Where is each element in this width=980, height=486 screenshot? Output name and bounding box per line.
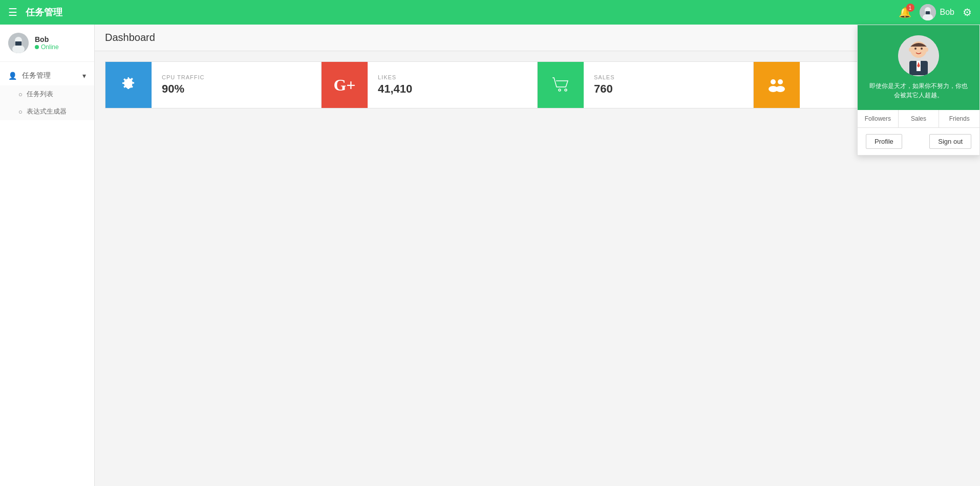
sales-label: SALES xyxy=(594,74,614,80)
stat-info-users xyxy=(800,84,820,86)
sidebar-username: Bob xyxy=(35,35,59,43)
app-title: 任务管理 xyxy=(26,6,899,18)
sidebar-item-expression-generator[interactable]: ○ 表达式生成器 xyxy=(0,103,94,120)
profile-button[interactable]: Profile xyxy=(866,134,902,149)
sidebar-item-task-management[interactable]: 👤 任务管理 ▾ xyxy=(0,66,94,85)
share-icon[interactable]: ⚙ xyxy=(963,6,972,18)
sales-value: 760 xyxy=(594,82,614,96)
users-icon-box xyxy=(754,62,800,108)
google-plus-icon: G+ xyxy=(333,76,355,95)
user-dropdown-actions: Profile Sign out xyxy=(858,128,979,155)
notification-icon[interactable]: 🔔 1 xyxy=(899,6,911,18)
svg-point-19 xyxy=(921,48,923,50)
likes-label: LIKES xyxy=(378,74,412,80)
svg-rect-3 xyxy=(926,11,930,14)
task-management-icon: 👤 xyxy=(8,72,17,80)
stat-card-sales: SALES 760 xyxy=(538,62,754,108)
sales-stat[interactable]: Sales xyxy=(899,110,940,127)
user-dropdown: 即使你是天才，如果你不努力，你也会被其它人超越。 Followers Sales… xyxy=(857,25,980,156)
main-body: CPU TRAFFIC 90% G+ LIKES 41,410 xyxy=(95,51,980,129)
cpu-label: CPU TRAFFIC xyxy=(162,74,205,80)
circle-icon: ○ xyxy=(18,91,23,98)
stat-info-sales: SALES 760 xyxy=(584,74,625,96)
stat-info-cpu: CPU TRAFFIC 90% xyxy=(152,74,215,96)
notification-badge: 1 xyxy=(906,4,914,12)
sidebar-user-info: Bob Online xyxy=(35,35,59,51)
main-content: Dashboard CPU TRAFFIC 90% xyxy=(95,25,980,486)
friends-stat[interactable]: Friends xyxy=(939,110,979,127)
sidebar: Bob Online 👤 任务管理 ▾ ○ 任务列表 xyxy=(0,25,95,486)
stat-card-cpu: CPU TRAFFIC 90% xyxy=(105,62,322,108)
user-menu-trigger[interactable]: Bob xyxy=(920,4,954,20)
sales-icon-box xyxy=(538,62,584,108)
user-quote: 即使你是天才，如果你不努力，你也会被其它人超越。 xyxy=(868,81,969,100)
user-dropdown-avatar xyxy=(898,35,939,76)
signout-button[interactable]: Sign out xyxy=(929,134,971,149)
dropdown-avatar-svg xyxy=(898,35,939,76)
navbar-right: 🔔 1 Bob ⚙ xyxy=(899,4,972,20)
svg-rect-7 xyxy=(15,41,22,46)
sidebar-avatar xyxy=(8,33,29,53)
gear-icon xyxy=(118,75,139,95)
page-title: Dashboard xyxy=(95,25,980,51)
svg-point-9 xyxy=(778,79,783,84)
chevron-down-icon: ▾ xyxy=(82,72,86,80)
user-dropdown-header: 即使你是天才，如果你不努力，你也会被其它人超越。 xyxy=(858,25,979,110)
stats-row: CPU TRAFFIC 90% G+ LIKES 41,410 xyxy=(105,61,970,108)
circle-icon-2: ○ xyxy=(18,108,23,116)
cpu-icon-box xyxy=(105,62,152,108)
stat-info-likes: LIKES 41,410 xyxy=(368,74,422,96)
svg-point-18 xyxy=(914,48,917,50)
cart-icon xyxy=(549,74,572,96)
svg-point-11 xyxy=(776,86,785,92)
navbar-username: Bob xyxy=(940,8,954,17)
status-dot xyxy=(35,45,39,49)
sidebar-item-label: 任务管理 xyxy=(22,71,51,80)
sidebar-avatar-svg xyxy=(8,33,29,53)
svg-point-16 xyxy=(909,48,912,52)
navbar-avatar xyxy=(920,4,936,20)
sidebar-item-left: 👤 任务管理 xyxy=(8,71,51,80)
followers-stat[interactable]: Followers xyxy=(858,110,899,127)
user-dropdown-stats: Followers Sales Friends xyxy=(858,110,979,128)
stat-card-likes: G+ LIKES 41,410 xyxy=(322,62,538,108)
svg-point-8 xyxy=(771,79,776,84)
users-icon xyxy=(765,74,788,96)
layout: Bob Online 👤 任务管理 ▾ ○ 任务列表 xyxy=(0,25,980,486)
likes-icon-box: G+ xyxy=(322,62,368,108)
sidebar-submenu: ○ 任务列表 ○ 表达式生成器 xyxy=(0,85,94,120)
navbar: ☰ 任务管理 🔔 1 Bob ⚙ xyxy=(0,0,980,25)
likes-value: 41,410 xyxy=(378,82,412,96)
sidebar-item-task-list[interactable]: ○ 任务列表 xyxy=(0,85,94,103)
sidebar-user-section: Bob Online xyxy=(0,25,94,62)
sidebar-menu: 👤 任务管理 ▾ ○ 任务列表 ○ 表达式生成器 xyxy=(0,62,94,124)
cpu-value: 90% xyxy=(162,82,205,96)
menu-toggle-icon[interactable]: ☰ xyxy=(8,6,17,18)
svg-point-17 xyxy=(925,48,928,52)
user-avatar-svg xyxy=(920,4,936,20)
sidebar-status: Online xyxy=(35,43,59,51)
